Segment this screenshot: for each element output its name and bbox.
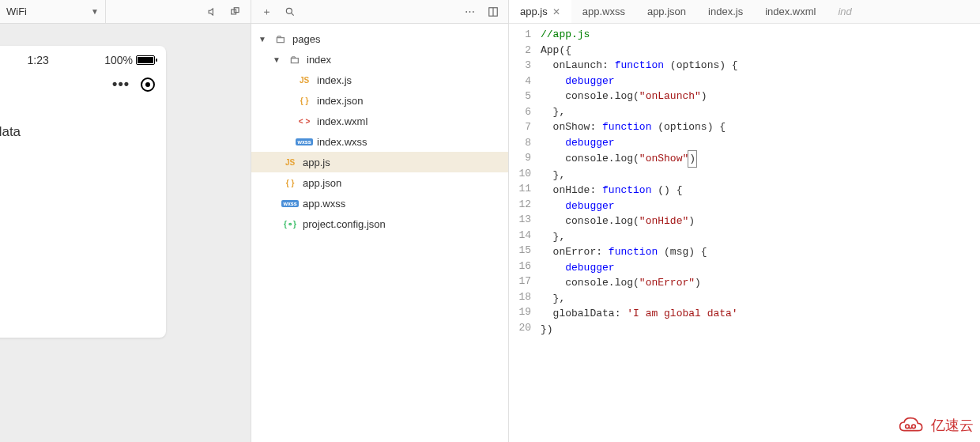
- file-label: project.config.json: [303, 218, 386, 230]
- config-icon: {⚬}: [281, 220, 299, 229]
- folder-icon: 🗀: [285, 54, 303, 66]
- line-number: 1: [509, 27, 531, 43]
- sim-controls: [106, 0, 251, 23]
- js-icon: JS: [296, 76, 313, 85]
- svg-line-3: [291, 13, 293, 15]
- tree-folder-pages[interactable]: ▼ 🗀 pages: [251, 28, 508, 49]
- tree-folder-index[interactable]: ▼ 🗀 index: [251, 49, 508, 70]
- close-icon[interactable]: ✕: [552, 6, 560, 17]
- code-line: },: [541, 104, 980, 120]
- mute-icon[interactable]: [206, 5, 220, 19]
- tree-file-app-json[interactable]: { } app.json: [251, 172, 508, 193]
- code-editor[interactable]: 1234567891011121314151617181920 //app.js…: [509, 24, 980, 442]
- editor-tab[interactable]: index.wxml: [754, 0, 827, 23]
- top-toolbar: WiFi ▼ ＋ ⋯ app.js✕app.wxssapp.jsonindex.…: [0, 0, 980, 24]
- watermark: 亿速云: [895, 414, 974, 437]
- line-number: 14: [509, 228, 531, 244]
- line-number: 15: [509, 243, 531, 259]
- line-number: 9: [509, 150, 531, 166]
- menu-dots-icon[interactable]: •••: [112, 76, 130, 93]
- wxss-icon: wxss: [296, 138, 312, 145]
- code-line: debugger: [541, 135, 980, 151]
- editor-tab[interactable]: index.js: [697, 0, 754, 23]
- line-number: 17: [509, 274, 531, 289]
- detach-icon[interactable]: [228, 5, 243, 19]
- editor-tab[interactable]: app.js✕: [509, 0, 571, 23]
- tab-label: app.json: [647, 6, 686, 17]
- code-line: debugger: [541, 74, 980, 89]
- line-number: 4: [509, 74, 531, 89]
- line-number: 2: [509, 43, 531, 59]
- target-icon[interactable]: [141, 77, 155, 92]
- tree-file-project-config[interactable]: {⚬} project.config.json: [251, 213, 508, 234]
- wxss-icon: wxss: [281, 200, 298, 207]
- line-number: 6: [509, 104, 531, 120]
- file-label: index.wxml: [317, 115, 368, 127]
- code-line: App({: [541, 43, 980, 59]
- tree-file-index-wxss[interactable]: wxss index.wxss: [251, 131, 508, 152]
- json-icon: { }: [281, 179, 299, 187]
- folder-icon: 🗀: [271, 33, 288, 45]
- code-line: },: [541, 291, 980, 307]
- code-line: debugger: [541, 198, 980, 214]
- svg-point-2: [286, 8, 292, 13]
- code-line: onHide: function () {: [541, 183, 980, 198]
- file-label: index.json: [317, 95, 364, 107]
- simulator-panel: 1:23 100% WeChat ••• m global data: [0, 24, 251, 442]
- tab-label: app.js: [520, 6, 548, 17]
- line-number: 13: [509, 212, 531, 228]
- line-number: 20: [509, 320, 531, 336]
- tree-file-index-js[interactable]: JS index.js: [251, 70, 508, 90]
- search-icon[interactable]: [283, 5, 297, 19]
- file-label: app.js: [303, 157, 330, 168]
- editor-panel: 1234567891011121314151617181920 //app.js…: [509, 24, 980, 442]
- code-line: console.log("onLaunch"): [541, 89, 980, 104]
- code-content[interactable]: //app.jsApp({ onLaunch: function (option…: [541, 27, 980, 442]
- network-selector[interactable]: WiFi ▼: [0, 0, 106, 23]
- status-time: 1:23: [0, 54, 104, 66]
- add-icon[interactable]: ＋: [259, 5, 273, 19]
- line-number: 11: [509, 181, 531, 197]
- code-line: }): [541, 322, 980, 338]
- code-line: console.log("onHide"): [541, 213, 980, 229]
- tree-file-index-json[interactable]: { } index.json: [251, 90, 508, 111]
- code-line: //app.js: [541, 27, 980, 43]
- line-gutter: 1234567891011121314151617181920: [509, 27, 541, 442]
- line-number: 10: [509, 166, 531, 182]
- code-line: onError: function (msg) {: [541, 244, 980, 260]
- split-icon[interactable]: [486, 5, 500, 19]
- line-number: 16: [509, 259, 531, 274]
- file-label: app.json: [303, 177, 341, 189]
- expand-icon: ▼: [258, 35, 267, 43]
- code-line: debugger: [541, 260, 980, 276]
- network-label: WiFi: [6, 6, 27, 17]
- svg-point-7: [912, 425, 916, 429]
- line-number: 12: [509, 197, 531, 213]
- page-text: m global data: [0, 124, 21, 139]
- tree-file-app-wxss[interactable]: wxss app.wxss: [251, 193, 508, 213]
- file-label: index.js: [317, 74, 352, 86]
- editor-tab[interactable]: app.json: [636, 0, 697, 23]
- file-tree: ▼ 🗀 pages ▼ 🗀 index JS index.js { } inde…: [251, 24, 509, 442]
- wxml-icon: < >: [296, 117, 313, 126]
- sim-page-content: m global data: [0, 100, 166, 338]
- phone-navbar: WeChat •••: [0, 70, 166, 100]
- editor-tab[interactable]: app.wxss: [571, 0, 636, 23]
- json-icon: { }: [296, 96, 313, 105]
- line-number: 7: [509, 119, 531, 135]
- tree-file-index-wxml[interactable]: < > index.wxml: [251, 111, 508, 131]
- phone-frame: 1:23 100% WeChat ••• m global data: [0, 46, 166, 338]
- code-line: },: [541, 229, 980, 245]
- code-line: console.log("onShow"): [541, 150, 980, 168]
- more-icon[interactable]: ⋯: [462, 5, 477, 19]
- code-line: },: [541, 168, 980, 183]
- tab-label: ind: [838, 6, 851, 17]
- phone-statusbar: 1:23 100%: [0, 46, 166, 70]
- tree-file-app-js[interactable]: JS app.js: [251, 152, 508, 172]
- watermark-text: 亿速云: [931, 416, 974, 435]
- cloud-logo-icon: [895, 414, 926, 437]
- svg-point-6: [906, 425, 910, 429]
- editor-tab[interactable]: ind: [827, 0, 862, 23]
- tab-label: index.js: [708, 6, 743, 17]
- code-line: console.log("onError"): [541, 275, 980, 291]
